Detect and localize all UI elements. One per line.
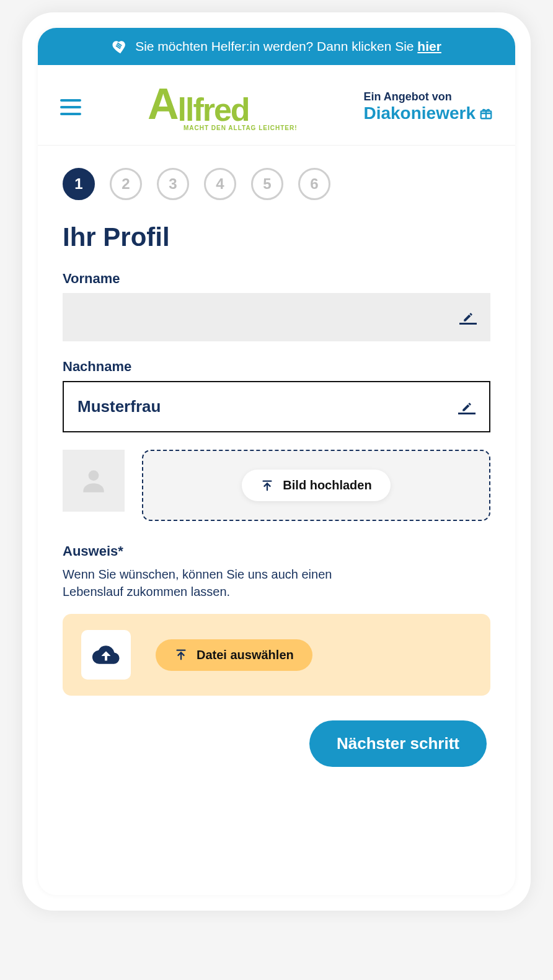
upload-arrow-icon [260, 479, 274, 492]
gift-icon [479, 107, 493, 120]
banner-text: Sie möchten Helfer:in werden? Dann klick… [135, 39, 417, 53]
step-1[interactable]: 1 [63, 168, 95, 200]
vorname-input[interactable] [63, 293, 490, 341]
avatar-placeholder [63, 450, 125, 512]
step-5[interactable]: 5 [251, 168, 283, 200]
upload-image-label: Bild hochladen [283, 478, 371, 492]
upload-image-button[interactable]: Bild hochladen [242, 470, 390, 501]
step-4[interactable]: 4 [204, 168, 236, 200]
ausweis-label: Ausweis* [63, 543, 490, 559]
main-content: 1 2 3 4 5 6 Ihr Profil Vorname Nachname [38, 146, 515, 789]
banner-link[interactable]: hier [417, 39, 441, 53]
nachname-label: Nachname [63, 359, 490, 375]
image-upload-row: Bild hochladen [63, 450, 490, 521]
allfred-logo: Allfred MACHT DEN ALLTAG LEICHTER! [148, 82, 298, 131]
app-header: Allfred MACHT DEN ALLTAG LEICHTER! Ein A… [38, 65, 515, 146]
vorname-field: Vorname [63, 271, 490, 341]
partner-badge: Ein Angebot von Diakoniewerk [363, 90, 493, 123]
nachname-input[interactable]: Musterfrau [63, 381, 490, 432]
cloud-upload-icon [92, 641, 120, 668]
choose-file-label: Datei auswählen [197, 648, 294, 662]
helper-banner[interactable]: Sie möchten Helfer:in werden? Dann klick… [38, 28, 515, 65]
page-title: Ihr Profil [63, 222, 490, 252]
step-indicator: 1 2 3 4 5 6 [63, 168, 490, 200]
logo-slogan: MACHT DEN ALLTAG LEICHTER! [184, 125, 298, 131]
choose-file-button[interactable]: Datei auswählen [156, 639, 312, 671]
heart-hands-icon [112, 38, 129, 55]
vorname-label: Vorname [63, 271, 490, 287]
phone-screen: Sie möchten Helfer:in werden? Dann klick… [38, 28, 515, 895]
step-3[interactable]: 3 [157, 168, 189, 200]
upload-arrow-icon [174, 648, 188, 662]
phone-frame: Sie möchten Helfer:in werden? Dann klick… [22, 12, 531, 911]
nachname-field: Nachname Musterfrau [63, 359, 490, 432]
edit-icon[interactable] [458, 400, 476, 414]
menu-button[interactable] [60, 99, 81, 115]
logo-text: llfred [178, 94, 249, 126]
nachname-value: Musterfrau [77, 397, 161, 416]
ausweis-description: Wenn Sie wünschen, können Sie uns auch e… [63, 566, 348, 600]
step-2[interactable]: 2 [110, 168, 142, 200]
edit-icon[interactable] [459, 310, 477, 325]
partner-bottom-text: Diakoniewerk [363, 103, 476, 123]
svg-point-6 [89, 470, 99, 481]
image-dropzone[interactable]: Bild hochladen [142, 450, 490, 521]
person-icon [78, 465, 109, 496]
file-upload-card: Datei auswählen [63, 614, 490, 696]
next-step-button[interactable]: Nächster schritt [309, 720, 487, 767]
step-6[interactable]: 6 [298, 168, 330, 200]
partner-top-text: Ein Angebot von [363, 90, 493, 103]
cloud-upload-icon-box [81, 630, 131, 680]
